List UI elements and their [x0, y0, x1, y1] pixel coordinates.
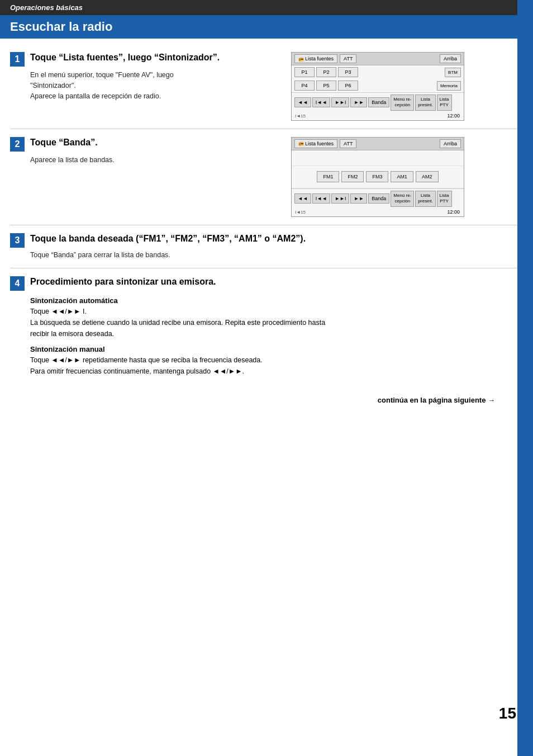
- mockup1-arriba-btn[interactable]: Arriba: [440, 54, 461, 63]
- step-4-auto-line3: recibir la emisora deseada.: [30, 330, 114, 338]
- mockup1-btm-btn[interactable]: BTM: [445, 68, 461, 77]
- mockup2-att-btn[interactable]: ATT: [340, 139, 356, 148]
- mockup2-time: 12:00: [447, 209, 461, 215]
- mockup-1: 📻 Lista fuentes ATT Arriba P1 P2 P3 BTM: [291, 52, 464, 121]
- step-3-title: Toque la banda deseada (“FM1”, “FM2”, “F…: [30, 233, 306, 245]
- mockup2-fm1-btn[interactable]: FM1: [317, 171, 339, 182]
- step-4-auto-title: Sintonización automática: [30, 296, 523, 305]
- step-1-right: 📻 Lista fuentes ATT Arriba P1 P2 P3 BTM: [232, 52, 523, 121]
- mockup2-rewind-btn[interactable]: ◄◄: [294, 193, 311, 204]
- mockup1-p3-btn[interactable]: P3: [338, 67, 358, 77]
- step-4-block: 4 Procedimiento para sintonizar una emis…: [10, 268, 523, 385]
- step-2-title: Toque “Banda”.: [30, 137, 98, 149]
- mockup2-tracktime: I◄15 12:00: [292, 209, 464, 216]
- step-4-manual-line2: Para omitir frecuencias continuamente, m…: [30, 367, 244, 375]
- mockup1-prev-btn[interactable]: I◄◄: [312, 97, 330, 107]
- step-1-header: 1 Toque “Lista fuentes”, luego “Sintoniz…: [10, 52, 222, 67]
- page-wrapper: Operaciones básicas Escuchar la radio 1 …: [0, 0, 533, 756]
- mockup1-time: 12:00: [447, 113, 461, 119]
- mockup2-lista-btn[interactable]: 📻 Lista fuentes: [294, 139, 337, 148]
- step-2-desc: Aparece la lista de bandas.: [30, 155, 222, 166]
- step-2-right: 📻 Lista fuentes ATT Arriba FM1 FM2 FM3 A…: [232, 137, 523, 217]
- mockup1-p5-btn[interactable]: P5: [316, 81, 336, 91]
- mockup2-fwd-btn[interactable]: ►►: [350, 193, 367, 204]
- mockup1-memoria-btn[interactable]: Memoria: [437, 81, 461, 91]
- step-1-left: 1 Toque “Lista fuentes”, luego “Sintoniz…: [10, 52, 222, 121]
- mockup1-banda-btn[interactable]: Banda: [368, 97, 389, 107]
- mockup1-next-btn[interactable]: ►►I: [331, 97, 349, 107]
- step-3-block: 3 Toque la banda deseada (“FM1”, “FM2”, …: [10, 225, 523, 269]
- step-2-desc-line1: Aparece la lista de bandas.: [30, 156, 115, 164]
- step-1-block: 1 Toque “Lista fuentes”, luego “Sintoniz…: [10, 44, 523, 129]
- mockup1-preset-row1: P1 P2 P3 BTM: [292, 65, 464, 79]
- continue-text: continúa en la página siguiente →: [10, 385, 523, 410]
- step-2-block: 2 Toque “Banda”. Aparece la lista de ban…: [10, 129, 523, 225]
- mockup2-lista-presint-btn[interactable]: Listapresint.: [415, 191, 435, 207]
- mockup1-preset-row2: P4 P5 P6 Memoria: [292, 79, 464, 92]
- step-4-auto-line1: Toque ◄◄/►► I.: [30, 308, 87, 315]
- mockup2-topbar: 📻 Lista fuentes ATT Arriba: [292, 138, 464, 150]
- mockup2-radio-icon: 📻: [298, 141, 304, 146]
- mockup1-lista-presint-btn[interactable]: Listapresint.: [415, 94, 435, 111]
- mockup2-banda-btn[interactable]: Banda: [368, 193, 389, 204]
- step-4-auto-section: Sintonización automática Toque ◄◄/►► I. …: [30, 296, 523, 339]
- step-3-desc: Toque “Banda” para cerrar la lista de ba…: [30, 250, 523, 261]
- mockup2-fm-presets: FM1 FM2 FM3 AM1 AM2: [292, 166, 464, 188]
- step-3-desc-line1: Toque “Banda” para cerrar la lista de ba…: [30, 251, 170, 259]
- step-3-badge: 3: [10, 233, 25, 248]
- main-content: 1 Toque “Lista fuentes”, luego “Sintoniz…: [0, 39, 533, 415]
- step-4-manual-title: Sintonización manual: [30, 345, 523, 353]
- mockup1-p2-btn[interactable]: P2: [316, 67, 336, 77]
- step-1-desc-line3: Aparece la pantalla de recepción de radi…: [30, 92, 161, 100]
- mockup1-lista-pty-btn[interactable]: ListaPTY: [437, 94, 452, 111]
- step-4-auto-text: Toque ◄◄/►► I. La búsqueda se detiene cu…: [30, 306, 523, 339]
- mockup1-lista-btn[interactable]: 📻 Lista fuentes: [294, 54, 337, 63]
- mockup1-radio-icon: 📻: [298, 56, 304, 62]
- mockup2-menu-btn[interactable]: Menú re-cepción: [391, 191, 414, 207]
- mockup1-topbar: 📻 Lista fuentes ATT Arriba: [292, 53, 464, 65]
- mockup2-fm2-btn[interactable]: FM2: [341, 171, 364, 182]
- mockup1-menu-btn[interactable]: Menú re-cepción: [391, 94, 414, 111]
- mockup1-fwd-btn[interactable]: ►►: [350, 97, 367, 107]
- step-1-desc: En el menú superior, toque "Fuente AV", …: [30, 70, 222, 101]
- mockup1-rewind-btn[interactable]: ◄◄: [294, 97, 311, 107]
- subtitle: Operaciones básicas: [10, 3, 83, 12]
- mockup2-track: I◄15: [294, 209, 306, 215]
- mockup2-prev-btn[interactable]: I◄◄: [312, 193, 330, 204]
- step-1-desc-line2: "Sintonizador".: [30, 82, 76, 89]
- mockup2-arriba-btn[interactable]: Arriba: [440, 139, 461, 148]
- mockup-2: 📻 Lista fuentes ATT Arriba FM1 FM2 FM3 A…: [291, 137, 464, 217]
- page-number: 15: [499, 705, 516, 722]
- step-2-header: 2 Toque “Banda”.: [10, 137, 222, 152]
- right-accent-bar: [517, 0, 533, 756]
- mockup1-p1-btn[interactable]: P1: [294, 67, 315, 77]
- step-1-title: Toque “Lista fuentes”, luego “Sintonizad…: [30, 52, 220, 64]
- step-1-badge: 1: [10, 52, 25, 67]
- step-4-header: 4 Procedimiento para sintonizar una emis…: [10, 276, 523, 291]
- step-4-manual-text: Toque ◄◄/►► repetidamente hasta que se r…: [30, 355, 523, 377]
- section-title-bar: Escuchar la radio: [0, 15, 533, 39]
- mockup2-lista-pty-btn[interactable]: ListaPTY: [437, 191, 452, 207]
- mockup1-p4-btn[interactable]: P4: [294, 81, 315, 91]
- mockup2-am1-btn[interactable]: AM1: [391, 171, 413, 182]
- mockup1-controls: ◄◄ I◄◄ ►►I ►► Banda Menú re-cepción List…: [292, 92, 464, 112]
- mockup2-empty-area: [292, 150, 464, 166]
- step-4-manual-line1: Toque ◄◄/►► repetidamente hasta que se r…: [30, 356, 263, 364]
- step-4-auto-line2: La búsqueda se detiene cuando la unidad …: [30, 319, 325, 327]
- mockup2-am2-btn[interactable]: AM2: [416, 171, 439, 182]
- step-4-manual-section: Sintonización manual Toque ◄◄/►► repetid…: [30, 345, 523, 377]
- mockup1-p6-btn[interactable]: P6: [338, 81, 358, 91]
- step-3-header: 3 Toque la banda deseada (“FM1”, “FM2”, …: [10, 233, 523, 248]
- step-2-badge: 2: [10, 137, 25, 152]
- step-4-title: Procedimiento para sintonizar una emisor…: [30, 276, 216, 288]
- page-title: Escuchar la radio: [10, 20, 523, 34]
- step-2-left: 2 Toque “Banda”. Aparece la lista de ban…: [10, 137, 222, 217]
- mockup2-fm3-btn[interactable]: FM3: [366, 171, 388, 182]
- mockup2-controls: ◄◄ I◄◄ ►►I ►► Banda Menú re-cepción List…: [292, 188, 464, 209]
- mockup1-track: I◄15: [294, 113, 306, 119]
- step-1-desc-line1: En el menú superior, toque "Fuente AV", …: [30, 71, 174, 79]
- mockup1-att-btn[interactable]: ATT: [340, 54, 356, 63]
- top-header: Operaciones básicas: [0, 0, 533, 15]
- mockup2-next-btn[interactable]: ►►I: [331, 193, 349, 204]
- continue-label: continúa en la página siguiente →: [378, 396, 495, 404]
